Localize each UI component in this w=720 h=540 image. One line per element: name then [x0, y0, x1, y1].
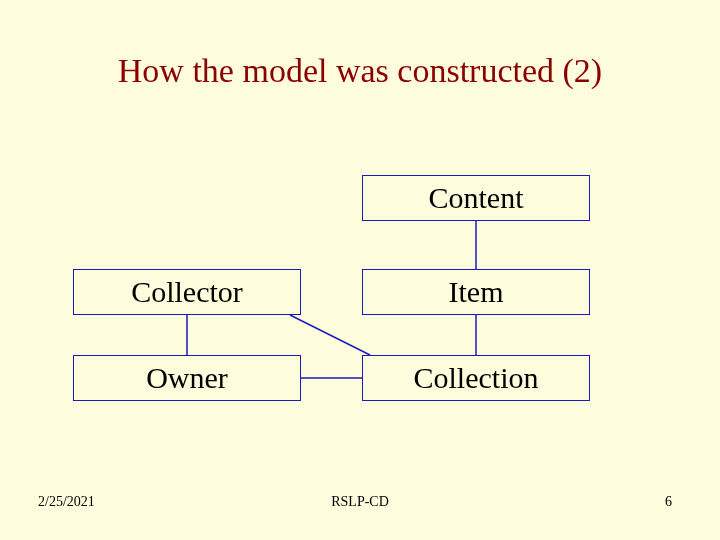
box-owner: Owner	[73, 355, 301, 401]
page-number: 6	[665, 494, 672, 510]
box-item: Item	[362, 269, 590, 315]
slide-title: How the model was constructed (2)	[0, 52, 720, 90]
footer-center-label: RSLP-CD	[331, 494, 389, 510]
footer-date: 2/25/2021	[38, 494, 95, 510]
box-content: Content	[362, 175, 590, 221]
box-collection: Collection	[362, 355, 590, 401]
box-collector: Collector	[73, 269, 301, 315]
svg-line-4	[290, 315, 370, 355]
